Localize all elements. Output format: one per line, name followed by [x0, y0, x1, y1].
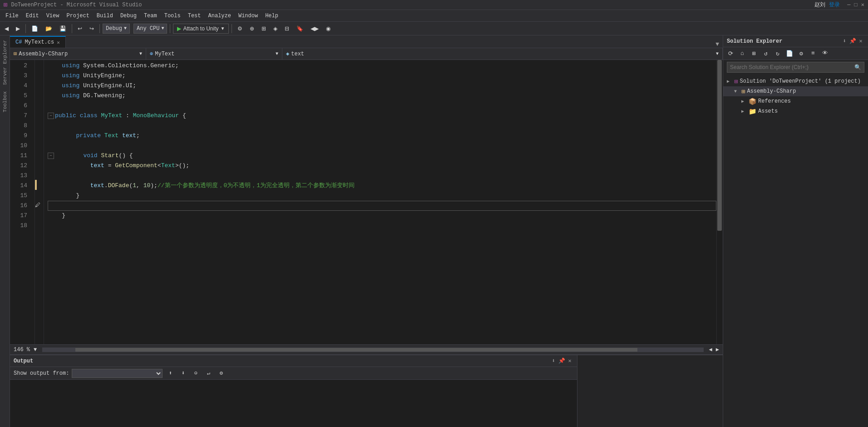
tab-close-icon[interactable]: ✕: [57, 40, 60, 45]
glyph-7: [35, 110, 44, 120]
server-explorer-tab[interactable]: Server Explorer: [1, 37, 9, 88]
editor-tab-mytext[interactable]: C# MyText.cs ✕: [10, 36, 66, 48]
menu-debug[interactable]: Debug: [117, 12, 140, 20]
nav-class-dropdown[interactable]: ⊕ MyText ▼: [146, 48, 282, 60]
debug-config-dropdown[interactable]: Debug ▼: [103, 24, 130, 34]
code-line-6: [48, 101, 716, 111]
toolbar-btn-4[interactable]: ◈: [271, 25, 280, 33]
glyph-16-bookmark: 🖊: [35, 200, 44, 210]
output-filter-btn[interactable]: ⚙: [216, 369, 226, 378]
scroll-right-icon[interactable]: ▶: [716, 346, 719, 353]
menu-analyze[interactable]: Analyze: [205, 12, 235, 20]
scroll-left-icon[interactable]: ◀: [709, 346, 712, 353]
zoom-down-icon[interactable]: ▼: [34, 347, 37, 353]
se-btn-refresh[interactable]: ↺: [760, 49, 771, 59]
minimize-btn[interactable]: ─: [847, 2, 850, 8]
menu-team[interactable]: Team: [140, 12, 161, 20]
code-line-3: using UnityEngine;: [48, 71, 716, 81]
se-search-bar[interactable]: 🔍: [727, 62, 864, 73]
line-num-16: 16: [10, 201, 31, 211]
se-btn-home[interactable]: ⌂: [737, 49, 748, 59]
toolbar-btn-3[interactable]: ⊞: [259, 25, 269, 33]
tab-label: MyText.cs: [25, 39, 54, 45]
menu-tools[interactable]: Tools: [161, 12, 184, 20]
tree-solution[interactable]: ▶ ⊞ Solution 'DoTweenProject' (1 project…: [723, 76, 868, 86]
dropdown-arrow-icon[interactable]: ▼: [714, 41, 721, 48]
references-expand-icon: ▶: [741, 99, 747, 104]
tree-assets[interactable]: ▶ 📁 Assets: [723, 106, 868, 116]
redo-button[interactable]: ↪: [87, 25, 97, 33]
fold-11[interactable]: −: [48, 153, 54, 159]
menu-build[interactable]: Build: [93, 12, 117, 20]
attach-to-unity-button[interactable]: ▶ Attach to Unity ▼: [173, 24, 229, 34]
output-source-dropdown[interactable]: [72, 369, 163, 378]
forward-button[interactable]: ▶: [13, 25, 23, 33]
horizontal-scrollbar[interactable]: [42, 348, 703, 352]
output-down-btn[interactable]: ⬇: [178, 369, 188, 378]
undo-button[interactable]: ↩: [75, 25, 85, 33]
output-up-btn[interactable]: ⬆: [165, 369, 175, 378]
menu-help[interactable]: Help: [261, 12, 282, 20]
output-clear-btn[interactable]: ⊝: [191, 369, 201, 378]
menu-edit[interactable]: Edit: [22, 12, 43, 20]
platform-label: Any CPU: [137, 25, 159, 32]
menu-window[interactable]: Window: [235, 12, 261, 20]
se-panel-controls: ⬇ 📌 ✕: [841, 38, 864, 45]
se-pin-icon[interactable]: 📌: [849, 38, 856, 45]
se-btn-props[interactable]: ≡: [808, 49, 819, 59]
menu-project[interactable]: Project: [63, 12, 93, 20]
platform-dropdown[interactable]: Any CPU ▼: [133, 24, 167, 34]
toolbar-btn-1[interactable]: ⚙: [235, 25, 245, 33]
nav-bar: ⊞ Assembly-CSharp ▼ ⊕ MyText ▼ ◈ text ▼: [10, 48, 723, 60]
nav-assembly-dropdown[interactable]: ⊞ Assembly-CSharp ▼: [10, 48, 146, 60]
code-line-5: using DG.Tweening;: [48, 91, 716, 101]
toolbar-btn-7[interactable]: ◀▶: [308, 25, 321, 33]
menu-view[interactable]: View: [43, 12, 63, 20]
open-file-button[interactable]: 📂: [43, 25, 55, 33]
user-login[interactable]: 登录: [829, 1, 840, 9]
toolbar-btn-5[interactable]: ⊟: [282, 25, 292, 33]
se-btn-file[interactable]: 📄: [784, 49, 795, 59]
zoom-bar: 146 % ▼ ◀ ▶: [10, 344, 723, 354]
code-content[interactable]: using System.Collections.Generic; using …: [44, 60, 716, 344]
code-line-14: text . DOFade ( 1 , 10 ); //第一个参数为透明度，0为…: [48, 181, 716, 191]
yellow-indicator: [35, 180, 37, 190]
tree-project[interactable]: ▼ ⊞ Assembly-CSharp: [723, 86, 868, 96]
toolbox-tab[interactable]: Toolbox: [1, 89, 9, 115]
output-wrap-btn[interactable]: ↵: [203, 369, 213, 378]
scroll-thumb-v[interactable]: [717, 60, 722, 231]
line-num-5: 5: [10, 91, 31, 101]
zoom-level[interactable]: 146 %: [14, 347, 30, 353]
new-project-button[interactable]: 📄: [29, 25, 41, 33]
tree-references[interactable]: ▶ 📦 References: [723, 96, 868, 106]
user-name[interactable]: 赵刘: [814, 1, 825, 9]
output-pin-down-icon[interactable]: ⬇: [550, 357, 557, 365]
glyph-12: [35, 160, 44, 170]
menu-file[interactable]: File: [2, 12, 22, 20]
se-btn-preview[interactable]: 👁: [819, 49, 830, 59]
line-num-12: 12: [10, 161, 31, 171]
se-btn-gear[interactable]: ⚙: [796, 49, 807, 59]
output-close-icon[interactable]: ✕: [566, 357, 573, 365]
save-button[interactable]: 💾: [57, 25, 69, 33]
se-pin-down-icon[interactable]: ⬇: [841, 38, 848, 45]
output-pin-icon[interactable]: 📌: [558, 357, 565, 365]
se-btn-show-all[interactable]: ⊞: [749, 49, 760, 59]
code-line-10: [48, 141, 716, 151]
line-numbers: 2 3 4 5 6 7 8 9 10 11 12 13 14 15 16 17: [10, 60, 35, 344]
se-search-input[interactable]: [730, 64, 853, 70]
nav-member-dropdown[interactable]: ◈ text ▼: [282, 48, 723, 60]
close-btn[interactable]: ✕: [861, 1, 864, 8]
assets-icon: 📁: [749, 108, 756, 115]
toolbar-btn-2[interactable]: ⊕: [247, 25, 257, 33]
sep1: [25, 24, 26, 33]
back-button[interactable]: ◀: [2, 25, 11, 33]
toolbar-btn-6[interactable]: 🔖: [294, 25, 306, 33]
maximize-btn[interactable]: □: [854, 2, 858, 8]
se-close-icon[interactable]: ✕: [857, 38, 864, 45]
fold-7[interactable]: −: [48, 113, 54, 119]
menu-test[interactable]: Test: [184, 12, 205, 20]
toolbar-btn-8[interactable]: ◉: [323, 25, 333, 33]
se-btn-sync[interactable]: ⟳: [725, 49, 736, 59]
se-btn-refresh2[interactable]: ↻: [772, 49, 783, 59]
